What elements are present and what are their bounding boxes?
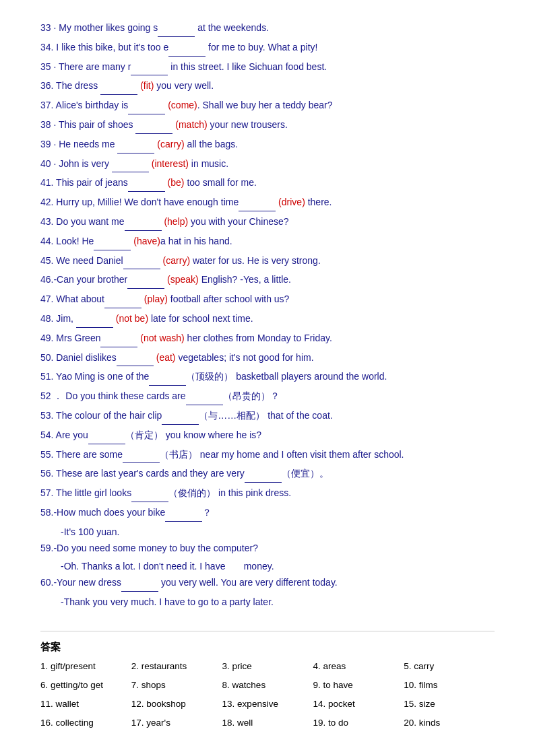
- question-line: 33 · My mother likes going s at the week…: [40, 20, 495, 37]
- answer-item: 2. restaurants: [131, 659, 222, 675]
- answer-item: 8. watches: [222, 678, 313, 693]
- question-line: 35 · There are many r in this street. I …: [40, 59, 495, 76]
- answer-item: 14. pocket: [313, 697, 404, 712]
- answers-grid: 1. gift/present2. restaurants3. price4. …: [40, 659, 495, 731]
- question-line: -Oh. Thanks a lot. I don't need it. I ha…: [61, 559, 495, 575]
- question-line: 59.-Do you need some money to buy the co…: [40, 541, 495, 557]
- question-line: 60.-Your new dress you very well. You ar…: [40, 575, 495, 592]
- answer-item: 16. collecting: [40, 716, 131, 731]
- question-line: 45. We need Daniel (carry) water for us.…: [40, 253, 495, 270]
- question-line: 43. Do you want me (help) you with your …: [40, 214, 495, 231]
- question-line: -It's 100 yuan.: [61, 524, 495, 541]
- question-line: 52 ． Do you think these cards are （昂贵的）？: [40, 388, 495, 405]
- answers-section: 答案 1. gift/present2. restaurants3. price…: [40, 631, 495, 731]
- question-line: 46.-Can your brother (speak) English? -Y…: [40, 272, 495, 289]
- question-line: 58.-How much does your bike ？: [40, 505, 495, 522]
- question-line: 42. Hurry up, Millie! We don't have enou…: [40, 195, 495, 211]
- answer-item: 10. films: [404, 678, 495, 693]
- answers-title: 答案: [40, 641, 495, 654]
- question-line: 55. There are some （书店） near my home and…: [40, 447, 495, 464]
- question-line: 41. This pair of jeans (be) too small fo…: [40, 175, 495, 192]
- question-line: 50. Daniel dislikes (eat) vegetables; it…: [40, 350, 495, 367]
- question-line: 37. Alice's birthday is (come). Shall we…: [40, 98, 495, 114]
- answer-item: 11. wallet: [40, 697, 131, 712]
- question-line: 53. The colour of the hair clip （与……相配） …: [40, 408, 495, 425]
- answer-item: 17. year's: [131, 716, 222, 731]
- answer-item: 20. kinds: [404, 716, 495, 731]
- answer-item: 7. shops: [131, 678, 222, 693]
- question-line: 39 · He needs me (carry) all the bags.: [40, 137, 495, 153]
- answer-item: 19. to do: [313, 716, 404, 731]
- answer-item: 13. expensive: [222, 697, 313, 712]
- answer-item: 4. areas: [313, 659, 404, 675]
- question-line: 54. Are you （肯定） you know where he is?: [40, 427, 495, 444]
- questions-container: 33 · My mother likes going s at the week…: [40, 20, 495, 611]
- question-line: -Thank you very much. I have to go to a …: [61, 594, 495, 611]
- question-line: 48. Jim, (not be) late for school next t…: [40, 311, 495, 328]
- answer-item: 18. well: [222, 716, 313, 731]
- question-line: 38 · This pair of shoes (match) your new…: [40, 117, 495, 134]
- question-line: 51. Yao Ming is one of the （顶级的） basketb…: [40, 369, 495, 386]
- answer-item: 12. bookshop: [131, 697, 222, 712]
- question-line: 56. These are last year's cards and they…: [40, 466, 495, 483]
- answer-item: 1. gift/present: [40, 659, 131, 675]
- answer-item: 9. to have: [313, 678, 404, 693]
- question-line: 57. The little girl looks （俊俏的） in this …: [40, 485, 495, 502]
- answer-item: 5. carry: [404, 659, 495, 675]
- answer-item: 6. getting/to get: [40, 678, 131, 693]
- answer-item: 15. size: [404, 697, 495, 712]
- answer-item: 3. price: [222, 659, 313, 675]
- question-line: 44. Look! He (have)a hat in his hand.: [40, 234, 495, 250]
- question-line: 36. The dress (fit) you very well.: [40, 78, 495, 95]
- question-line: 34. I like this bike, but it's too e for…: [40, 40, 495, 57]
- question-line: 40 · John is very (interest) in music.: [40, 156, 495, 173]
- question-line: 49. Mrs Green (not wash) her clothes fro…: [40, 331, 495, 347]
- question-line: 47. What about (play) football after sch…: [40, 291, 495, 308]
